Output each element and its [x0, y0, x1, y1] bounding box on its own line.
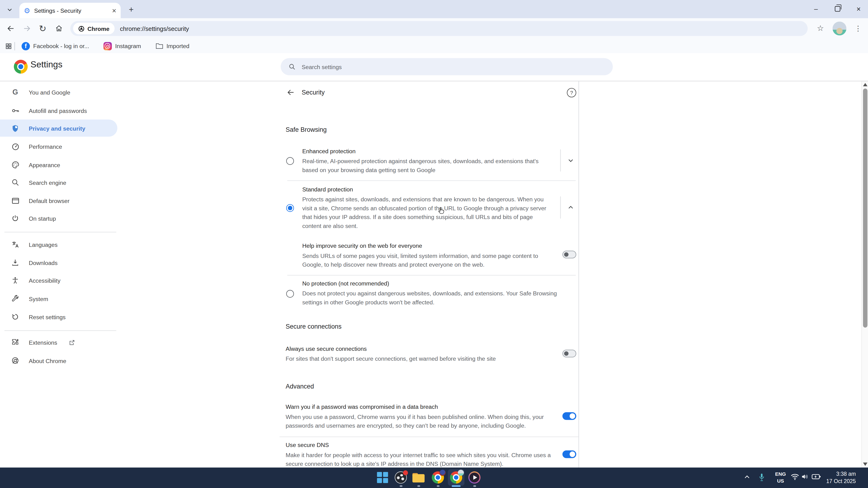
help-improve-label[interactable]: Help improve security on the web for eve…: [302, 242, 422, 249]
window-minimize-button[interactable]: –: [812, 4, 820, 13]
forward-button[interactable]: [21, 22, 33, 34]
always-secure-toggle[interactable]: [562, 350, 576, 357]
radio-enhanced-protection[interactable]: [286, 157, 294, 165]
radio-standard-protection[interactable]: [286, 204, 294, 212]
sidebar-item-default-browser[interactable]: Default browser: [0, 192, 118, 209]
settings-body: G You and Google Autofill and passwords …: [0, 81, 868, 467]
password-breach-label[interactable]: Warn you if a password was compromised i…: [286, 403, 438, 410]
scrollbar-thumb[interactable]: [863, 89, 867, 328]
content-right-divider: [579, 81, 579, 467]
settings-title: Settings: [30, 60, 63, 69]
sidebar-item-search-engine[interactable]: Search engine: [0, 174, 118, 191]
scrollbar-down-arrow-icon[interactable]: [863, 462, 868, 466]
secure-dns-description: Make it harder for people with access to…: [286, 450, 566, 468]
new-tab-button[interactable]: +: [126, 4, 136, 14]
tray-volume-icon[interactable]: [801, 473, 809, 481]
url-text[interactable]: chrome://settings/security: [120, 25, 189, 32]
sidebar-item-downloads[interactable]: Downloads: [0, 254, 118, 271]
sidebar-item-languages[interactable]: Languages: [0, 236, 118, 253]
tab-close-icon[interactable]: ×: [112, 7, 116, 14]
help-improve-toggle[interactable]: [562, 251, 576, 258]
bookmark-star-icon[interactable]: ☆: [815, 22, 826, 34]
key-icon: [10, 106, 20, 115]
folder-icon: [155, 43, 163, 49]
row-divider: [287, 275, 576, 275]
google-g-icon: G: [10, 88, 20, 97]
window-restore-button[interactable]: [833, 4, 842, 13]
back-button[interactable]: [286, 88, 296, 97]
help-icon[interactable]: ?: [567, 88, 576, 97]
tray-wifi-icon[interactable]: [790, 473, 799, 481]
bookmark-facebook[interactable]: f Facebook - log in or...: [22, 42, 89, 50]
address-bar[interactable]: Chrome chrome://settings/security: [70, 21, 808, 36]
sidebar-item-about-chrome[interactable]: About Chrome: [0, 352, 118, 369]
site-chip[interactable]: Chrome: [73, 23, 115, 34]
apps-grid-icon[interactable]: [5, 42, 12, 50]
sidebar-item-performance[interactable]: Performance: [0, 138, 118, 155]
site-chip-label: Chrome: [88, 25, 110, 32]
taskbar-obs-icon[interactable]: [394, 470, 408, 485]
back-arrow-icon: [6, 24, 14, 32]
reload-button[interactable]: ↻: [36, 22, 49, 34]
palette-icon: [10, 160, 20, 169]
secure-dns-label[interactable]: Use secure DNS: [286, 442, 329, 448]
sidebar-item-extensions[interactable]: Extensions: [0, 333, 118, 351]
no-protection-description: Does not protect you against dangerous w…: [302, 289, 564, 306]
back-button[interactable]: [4, 22, 17, 34]
secure-dns-toggle[interactable]: [562, 450, 576, 458]
start-button[interactable]: [375, 470, 390, 485]
enhanced-protection-description: Real-time, AI-powered protection against…: [302, 157, 544, 174]
search-input[interactable]: [301, 63, 591, 70]
bookmark-folder-imported[interactable]: Imported: [155, 43, 189, 49]
tray-language-indicator[interactable]: ENG US: [772, 471, 789, 484]
translate-icon: [10, 239, 20, 249]
settings-search[interactable]: [281, 58, 613, 75]
app-indicator: [400, 485, 402, 487]
no-protection-label[interactable]: No protection (not recommended): [302, 280, 389, 287]
sidebar-item-autofill[interactable]: Autofill and passwords: [0, 102, 118, 119]
home-button[interactable]: [53, 22, 65, 34]
taskbar-file-explorer-icon[interactable]: [411, 470, 426, 485]
profile-badge: [458, 470, 464, 476]
tray-microphone-icon[interactable]: [758, 473, 766, 482]
sidebar-item-on-startup[interactable]: On startup: [0, 209, 118, 227]
tray-show-hidden-icons[interactable]: [744, 475, 750, 479]
window-close-button[interactable]: ×: [854, 4, 863, 13]
radio-no-protection[interactable]: [286, 290, 294, 298]
forward-arrow-icon: [22, 24, 31, 32]
sidebar-item-privacy-security[interactable]: Privacy and security: [0, 120, 118, 137]
scrollbar-up-arrow-icon[interactable]: [863, 83, 868, 86]
always-secure-label[interactable]: Always use secure connections: [286, 345, 367, 352]
taskbar-chrome-profile1-icon[interactable]: [431, 470, 445, 485]
profile-avatar[interactable]: [833, 22, 846, 36]
tray-clock[interactable]: 3:38 am 17 Oct 2025: [809, 471, 856, 485]
sidebar-item-reset-settings[interactable]: Reset settings: [0, 308, 118, 325]
expand-enhanced-button[interactable]: [566, 155, 576, 165]
windows-taskbar: ENG US 3:38 am 17 Oct 2025: [0, 467, 868, 488]
sidebar-item-appearance[interactable]: Appearance: [0, 156, 118, 173]
reset-arrow-icon: [10, 312, 20, 322]
sidebar-item-system[interactable]: System: [0, 290, 118, 307]
speedometer-icon: [10, 142, 20, 151]
standard-protection-label[interactable]: Standard protection: [302, 186, 353, 193]
app-indicator: [437, 485, 440, 487]
password-breach-toggle[interactable]: [562, 412, 576, 420]
collapse-standard-button[interactable]: [566, 202, 576, 213]
browser-menu-icon[interactable]: ⋮: [854, 22, 863, 34]
chrome-mono-icon: [78, 25, 85, 32]
sidebar-item-you-and-google[interactable]: G You and Google: [0, 84, 118, 101]
sidebar-item-accessibility[interactable]: Accessibility: [0, 271, 118, 289]
row-separator: [560, 196, 561, 219]
taskbar-media-player-icon[interactable]: [467, 470, 482, 485]
page-scrollbar[interactable]: [861, 81, 868, 467]
puzzle-icon: [10, 337, 20, 347]
enhanced-protection-label[interactable]: Enhanced protection: [302, 148, 355, 154]
sidebar-divider: [4, 330, 116, 331]
row-divider: [280, 436, 578, 437]
chevron-down-icon: [6, 6, 12, 12]
tab-search-button[interactable]: [4, 4, 14, 14]
taskbar-chrome-profile2-icon-active[interactable]: [449, 470, 463, 485]
standard-protection-description: Protects against sites, downloads, and e…: [302, 195, 547, 230]
bookmark-instagram[interactable]: Instagram: [103, 42, 141, 50]
browser-tab[interactable]: ⚙ Settings - Security ×: [19, 3, 121, 19]
